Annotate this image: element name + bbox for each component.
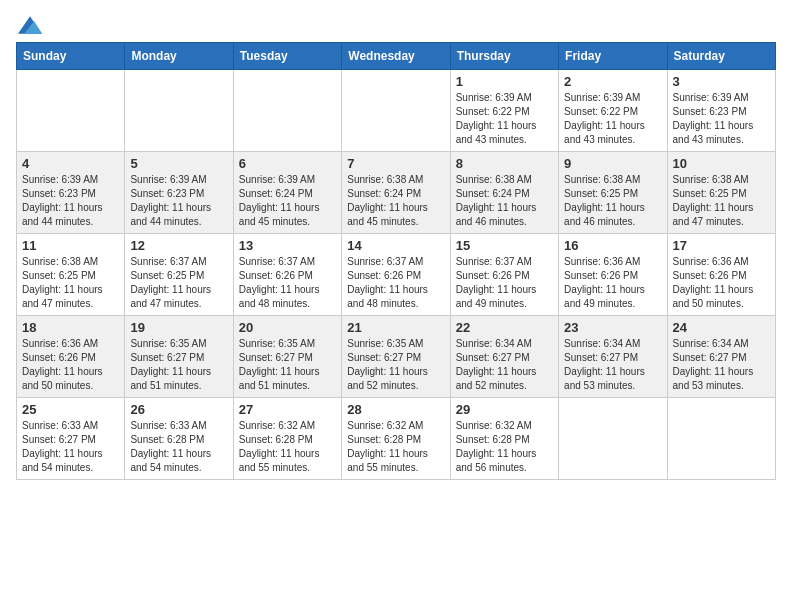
day-info: Sunrise: 6:34 AMSunset: 6:27 PMDaylight:…	[673, 337, 770, 393]
day-info: Sunrise: 6:32 AMSunset: 6:28 PMDaylight:…	[347, 419, 444, 475]
day-info: Sunrise: 6:36 AMSunset: 6:26 PMDaylight:…	[22, 337, 119, 393]
day-number: 23	[564, 320, 661, 335]
calendar-cell: 12Sunrise: 6:37 AMSunset: 6:25 PMDayligh…	[125, 234, 233, 316]
day-info: Sunrise: 6:32 AMSunset: 6:28 PMDaylight:…	[456, 419, 553, 475]
day-number: 9	[564, 156, 661, 171]
day-info: Sunrise: 6:39 AMSunset: 6:23 PMDaylight:…	[22, 173, 119, 229]
header-monday: Monday	[125, 43, 233, 70]
calendar-table: SundayMondayTuesdayWednesdayThursdayFrid…	[16, 42, 776, 480]
week-row-1: 4Sunrise: 6:39 AMSunset: 6:23 PMDaylight…	[17, 152, 776, 234]
calendar-cell: 9Sunrise: 6:38 AMSunset: 6:25 PMDaylight…	[559, 152, 667, 234]
day-info: Sunrise: 6:39 AMSunset: 6:24 PMDaylight:…	[239, 173, 336, 229]
day-info: Sunrise: 6:34 AMSunset: 6:27 PMDaylight:…	[456, 337, 553, 393]
calendar-cell: 21Sunrise: 6:35 AMSunset: 6:27 PMDayligh…	[342, 316, 450, 398]
calendar-cell: 19Sunrise: 6:35 AMSunset: 6:27 PMDayligh…	[125, 316, 233, 398]
calendar-cell	[233, 70, 341, 152]
calendar-cell: 17Sunrise: 6:36 AMSunset: 6:26 PMDayligh…	[667, 234, 775, 316]
day-number: 20	[239, 320, 336, 335]
calendar-cell: 23Sunrise: 6:34 AMSunset: 6:27 PMDayligh…	[559, 316, 667, 398]
calendar-cell: 26Sunrise: 6:33 AMSunset: 6:28 PMDayligh…	[125, 398, 233, 480]
day-info: Sunrise: 6:33 AMSunset: 6:27 PMDaylight:…	[22, 419, 119, 475]
day-number: 4	[22, 156, 119, 171]
day-number: 10	[673, 156, 770, 171]
logo-icon	[18, 16, 42, 34]
calendar-cell: 24Sunrise: 6:34 AMSunset: 6:27 PMDayligh…	[667, 316, 775, 398]
calendar-cell: 1Sunrise: 6:39 AMSunset: 6:22 PMDaylight…	[450, 70, 558, 152]
calendar-cell: 22Sunrise: 6:34 AMSunset: 6:27 PMDayligh…	[450, 316, 558, 398]
header-tuesday: Tuesday	[233, 43, 341, 70]
day-info: Sunrise: 6:38 AMSunset: 6:25 PMDaylight:…	[564, 173, 661, 229]
day-info: Sunrise: 6:37 AMSunset: 6:26 PMDaylight:…	[456, 255, 553, 311]
day-info: Sunrise: 6:37 AMSunset: 6:26 PMDaylight:…	[239, 255, 336, 311]
day-info: Sunrise: 6:39 AMSunset: 6:22 PMDaylight:…	[564, 91, 661, 147]
calendar-cell	[667, 398, 775, 480]
calendar-cell: 13Sunrise: 6:37 AMSunset: 6:26 PMDayligh…	[233, 234, 341, 316]
calendar-cell: 15Sunrise: 6:37 AMSunset: 6:26 PMDayligh…	[450, 234, 558, 316]
calendar-cell: 4Sunrise: 6:39 AMSunset: 6:23 PMDaylight…	[17, 152, 125, 234]
day-number: 3	[673, 74, 770, 89]
day-number: 15	[456, 238, 553, 253]
calendar-cell: 11Sunrise: 6:38 AMSunset: 6:25 PMDayligh…	[17, 234, 125, 316]
day-info: Sunrise: 6:35 AMSunset: 6:27 PMDaylight:…	[347, 337, 444, 393]
day-number: 13	[239, 238, 336, 253]
day-info: Sunrise: 6:39 AMSunset: 6:22 PMDaylight:…	[456, 91, 553, 147]
calendar-cell	[125, 70, 233, 152]
day-number: 2	[564, 74, 661, 89]
day-info: Sunrise: 6:37 AMSunset: 6:26 PMDaylight:…	[347, 255, 444, 311]
calendar-cell	[559, 398, 667, 480]
header-thursday: Thursday	[450, 43, 558, 70]
calendar-cell	[17, 70, 125, 152]
day-number: 27	[239, 402, 336, 417]
calendar-cell: 27Sunrise: 6:32 AMSunset: 6:28 PMDayligh…	[233, 398, 341, 480]
calendar-cell: 10Sunrise: 6:38 AMSunset: 6:25 PMDayligh…	[667, 152, 775, 234]
day-info: Sunrise: 6:39 AMSunset: 6:23 PMDaylight:…	[673, 91, 770, 147]
logo	[16, 16, 42, 30]
day-info: Sunrise: 6:37 AMSunset: 6:25 PMDaylight:…	[130, 255, 227, 311]
header-saturday: Saturday	[667, 43, 775, 70]
day-info: Sunrise: 6:36 AMSunset: 6:26 PMDaylight:…	[673, 255, 770, 311]
header-sunday: Sunday	[17, 43, 125, 70]
calendar-cell: 16Sunrise: 6:36 AMSunset: 6:26 PMDayligh…	[559, 234, 667, 316]
day-info: Sunrise: 6:38 AMSunset: 6:25 PMDaylight:…	[22, 255, 119, 311]
calendar-cell: 7Sunrise: 6:38 AMSunset: 6:24 PMDaylight…	[342, 152, 450, 234]
week-row-2: 11Sunrise: 6:38 AMSunset: 6:25 PMDayligh…	[17, 234, 776, 316]
day-number: 17	[673, 238, 770, 253]
day-info: Sunrise: 6:35 AMSunset: 6:27 PMDaylight:…	[239, 337, 336, 393]
day-info: Sunrise: 6:35 AMSunset: 6:27 PMDaylight:…	[130, 337, 227, 393]
day-number: 19	[130, 320, 227, 335]
day-info: Sunrise: 6:34 AMSunset: 6:27 PMDaylight:…	[564, 337, 661, 393]
day-number: 22	[456, 320, 553, 335]
day-number: 5	[130, 156, 227, 171]
day-info: Sunrise: 6:39 AMSunset: 6:23 PMDaylight:…	[130, 173, 227, 229]
week-row-4: 25Sunrise: 6:33 AMSunset: 6:27 PMDayligh…	[17, 398, 776, 480]
calendar-cell: 14Sunrise: 6:37 AMSunset: 6:26 PMDayligh…	[342, 234, 450, 316]
day-number: 6	[239, 156, 336, 171]
day-number: 1	[456, 74, 553, 89]
day-number: 26	[130, 402, 227, 417]
day-number: 12	[130, 238, 227, 253]
calendar-cell: 25Sunrise: 6:33 AMSunset: 6:27 PMDayligh…	[17, 398, 125, 480]
calendar-cell: 6Sunrise: 6:39 AMSunset: 6:24 PMDaylight…	[233, 152, 341, 234]
day-number: 25	[22, 402, 119, 417]
day-number: 18	[22, 320, 119, 335]
header-wednesday: Wednesday	[342, 43, 450, 70]
calendar-cell: 18Sunrise: 6:36 AMSunset: 6:26 PMDayligh…	[17, 316, 125, 398]
day-number: 28	[347, 402, 444, 417]
day-number: 16	[564, 238, 661, 253]
calendar-cell: 2Sunrise: 6:39 AMSunset: 6:22 PMDaylight…	[559, 70, 667, 152]
calendar-cell: 3Sunrise: 6:39 AMSunset: 6:23 PMDaylight…	[667, 70, 775, 152]
week-row-3: 18Sunrise: 6:36 AMSunset: 6:26 PMDayligh…	[17, 316, 776, 398]
calendar-cell: 8Sunrise: 6:38 AMSunset: 6:24 PMDaylight…	[450, 152, 558, 234]
day-number: 14	[347, 238, 444, 253]
day-number: 29	[456, 402, 553, 417]
day-number: 11	[22, 238, 119, 253]
day-number: 21	[347, 320, 444, 335]
week-row-0: 1Sunrise: 6:39 AMSunset: 6:22 PMDaylight…	[17, 70, 776, 152]
day-info: Sunrise: 6:32 AMSunset: 6:28 PMDaylight:…	[239, 419, 336, 475]
calendar-cell: 29Sunrise: 6:32 AMSunset: 6:28 PMDayligh…	[450, 398, 558, 480]
day-info: Sunrise: 6:38 AMSunset: 6:24 PMDaylight:…	[456, 173, 553, 229]
calendar-header-row: SundayMondayTuesdayWednesdayThursdayFrid…	[17, 43, 776, 70]
day-info: Sunrise: 6:36 AMSunset: 6:26 PMDaylight:…	[564, 255, 661, 311]
day-number: 24	[673, 320, 770, 335]
day-number: 7	[347, 156, 444, 171]
